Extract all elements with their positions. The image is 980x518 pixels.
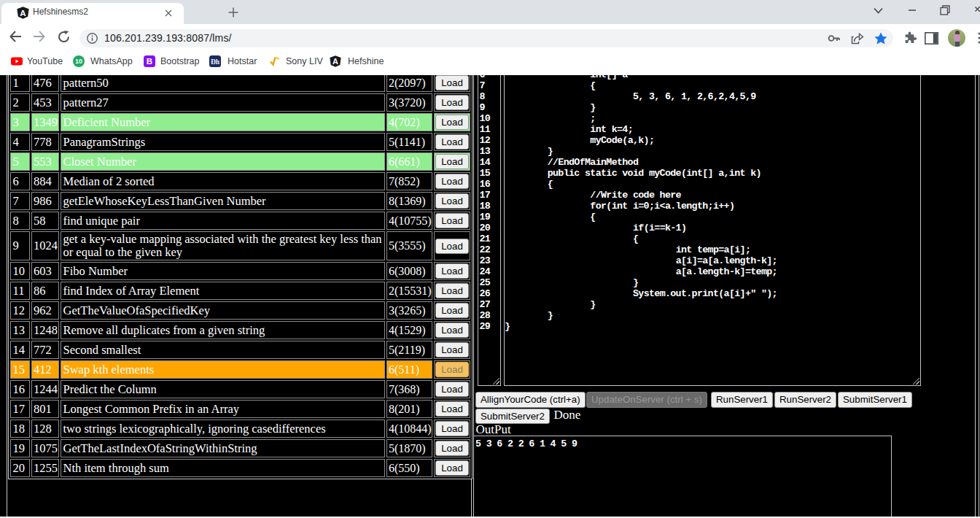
svg-text:Ðh: Ðh xyxy=(211,58,220,66)
svg-text:10: 10 xyxy=(75,58,82,65)
svg-text:A: A xyxy=(20,9,26,18)
svg-text:B: B xyxy=(147,57,152,66)
svg-text:A: A xyxy=(332,57,338,66)
